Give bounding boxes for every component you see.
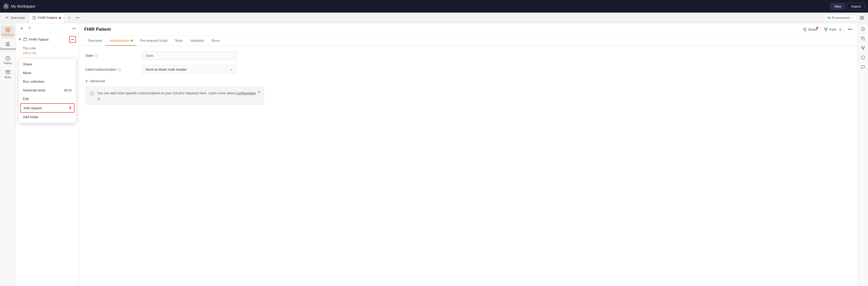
share-notification-dot <box>816 27 818 29</box>
svg-point-31 <box>861 37 863 38</box>
svg-rect-13 <box>8 71 10 72</box>
client-auth-form-row: Client Authentication ⓘ Send as Basic Au… <box>85 65 851 74</box>
nav-tab-pre-request-script[interactable]: Pre-request Script <box>136 36 171 46</box>
header-more-button[interactable]: ••• <box>848 27 852 32</box>
svg-rect-9 <box>8 31 10 32</box>
fork-count: 0 <box>839 28 841 32</box>
workspace-area: My Workspace <box>3 3 35 9</box>
advanced-section: ▼ Advanced ⓘ You can add more specific c… <box>85 79 851 105</box>
right-icons-area <box>858 14 866 22</box>
client-auth-select[interactable]: Send as Basic Auth header <box>142 65 237 74</box>
state-input[interactable] <box>142 51 237 60</box>
right-sidebar <box>858 23 868 286</box>
environment-selector[interactable]: No Environment <box>824 15 857 21</box>
collection-name-label: FHIR Patient <box>29 38 68 41</box>
new-button[interactable]: New <box>830 3 845 10</box>
info-box-icon: ⓘ <box>90 91 94 96</box>
env-selector-label: No Environment <box>827 16 850 20</box>
right-history-icon[interactable] <box>859 25 867 33</box>
menu-item-add-folder[interactable]: Add folder <box>19 113 76 121</box>
svg-point-27 <box>824 28 826 29</box>
history-icon <box>5 56 10 61</box>
menu-item-add-request[interactable]: Add request 4 <box>20 103 74 113</box>
svg-point-28 <box>827 28 828 29</box>
import-button[interactable]: Import <box>847 3 865 10</box>
beta-badge: BETA <box>64 89 72 92</box>
tab-bar: Overview FHIR Patient + ••• No Environme… <box>0 12 868 23</box>
content-area: FHIR Patient Share Fork <box>79 23 858 286</box>
add-tab-button[interactable]: + <box>65 14 73 22</box>
nav-tab-overview[interactable]: Overview <box>84 36 106 46</box>
menu-item-edit[interactable]: Edit <box>19 95 76 103</box>
svg-rect-2 <box>860 16 862 17</box>
collection-row[interactable]: ▼ FHIR Patient ••• <box>16 34 79 45</box>
svg-rect-7 <box>8 28 10 30</box>
sidebar-item-mock[interactable]: Mock <box>1 68 15 81</box>
fhir-tab-icon <box>32 16 36 20</box>
info-box-close-button[interactable]: ✕ <box>257 90 261 95</box>
settings-icon-btn[interactable] <box>858 14 866 22</box>
mock-label: Mock <box>5 76 11 79</box>
client-auth-info-icon[interactable]: ⓘ <box>118 67 121 72</box>
comment-icon <box>861 65 865 69</box>
panel-more-button[interactable]: ••• <box>72 27 76 31</box>
menu-item-run-collection[interactable]: Run collection <box>19 77 76 86</box>
environments-icon <box>5 41 10 47</box>
fork-icon <box>824 27 828 32</box>
tab-fhir-patient[interactable]: FHIR Patient <box>29 12 64 23</box>
svg-point-0 <box>5 5 7 6</box>
svg-line-24 <box>804 30 805 31</box>
tab-overview-label: Overview <box>10 16 25 20</box>
right-fork-icon[interactable] <box>859 44 867 52</box>
history-label: History <box>4 62 12 65</box>
nav-tabs: Overview Authorization Pre-request Scrip… <box>79 36 858 46</box>
nav-tab-variables[interactable]: Variables <box>186 36 208 46</box>
workspace-label: My Workspace <box>11 4 35 8</box>
tab-more-button[interactable]: ••• <box>74 14 81 22</box>
panel-add-button[interactable] <box>19 25 25 32</box>
menu-item-generate-tests[interactable]: Generate tests BETA <box>19 86 76 95</box>
collections-label: Collections <box>1 33 14 36</box>
right-comment-icon[interactable] <box>859 63 867 71</box>
panel-filter-button[interactable] <box>26 25 33 32</box>
sidebar-item-history[interactable]: History <box>1 53 15 67</box>
grid-icon <box>860 16 864 20</box>
svg-rect-4 <box>860 18 862 20</box>
menu-item-share[interactable]: Share <box>19 60 76 69</box>
content-header-actions: Share Fork 0 ••• <box>803 27 852 32</box>
client-auth-chevron-icon <box>229 68 233 71</box>
share-button[interactable]: Share <box>803 27 817 32</box>
add-request-number: 4 <box>69 106 71 110</box>
fork-button[interactable]: Fork <box>824 27 836 32</box>
tab-overview[interactable]: Overview <box>2 12 28 23</box>
user-icon <box>3 3 9 9</box>
nav-tab-runs[interactable]: Runs <box>208 36 223 46</box>
tab-unsaved-dot <box>59 17 61 19</box>
advanced-toggle[interactable]: ▼ Advanced <box>85 79 851 83</box>
svg-point-21 <box>805 28 806 29</box>
collection-more-button[interactable]: ••• <box>69 36 76 43</box>
collections-icon <box>5 27 10 33</box>
nav-tab-authorization[interactable]: Authorization <box>106 36 136 46</box>
filter-icon <box>27 26 32 31</box>
environments-label: Environments <box>0 47 16 50</box>
state-info-icon[interactable]: ⓘ <box>94 53 98 58</box>
state-form-row: State ⓘ <box>85 51 851 60</box>
menu-item-move[interactable]: Move <box>19 69 76 77</box>
share-label: Share <box>808 28 817 32</box>
add-request-link[interactable]: Add a req <box>16 51 79 57</box>
client-auth-label: Client Authentication ⓘ <box>85 67 138 72</box>
nav-tab-tests[interactable]: Tests <box>171 36 186 46</box>
top-bar: My Workspace New Import <box>0 0 868 12</box>
panel-header: ••• <box>16 23 79 34</box>
svg-point-34 <box>861 46 863 47</box>
mock-icon <box>5 70 10 75</box>
sidebar-item-collections[interactable]: Collections <box>1 25 15 38</box>
context-menu: Share Move Run collection Generate tests… <box>19 58 76 123</box>
svg-point-33 <box>863 48 864 50</box>
svg-point-23 <box>805 30 806 31</box>
right-info-icon[interactable] <box>859 53 867 62</box>
right-branch-icon[interactable] <box>859 35 867 42</box>
header-divider-2 <box>844 27 845 32</box>
sidebar-item-environments[interactable]: Environments <box>1 39 15 52</box>
